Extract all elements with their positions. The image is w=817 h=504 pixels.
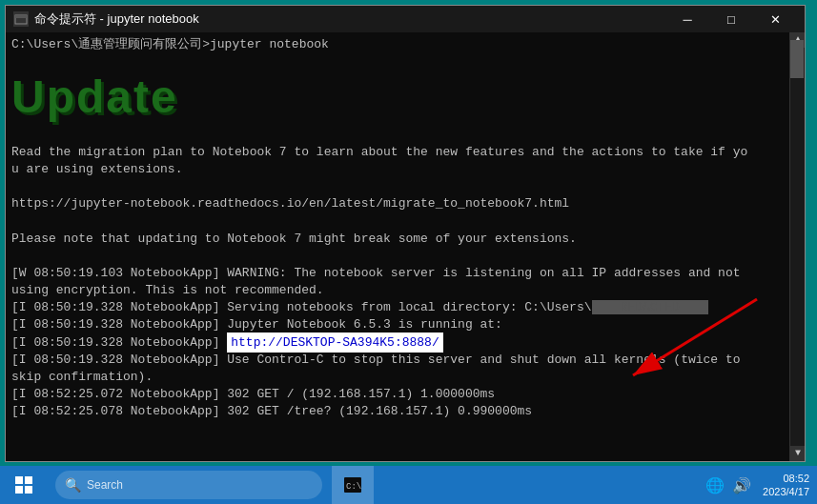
- terminal-content: C:\Users\通惠管理顾问有限公司>jupyter notebook Upd…: [11, 36, 782, 457]
- window-icon: [13, 11, 29, 27]
- network-icon: 🌐: [705, 476, 725, 494]
- info-line-3: [I 08:50:19.328 NotebookApp] http://DESK…: [11, 334, 782, 352]
- svg-rect-5: [25, 476, 32, 484]
- info-line-6: [I 08:52:25.072 NotebookApp] 302 GET / (…: [11, 386, 782, 403]
- taskbar-clock[interactable]: 08:52 2023/4/17: [763, 472, 809, 499]
- clock-date: 2023/4/17: [763, 485, 809, 498]
- clock-time: 08:52: [763, 472, 809, 485]
- taskbar-right: 🌐 🔊 08:52 2023/4/17: [705, 472, 817, 499]
- close-button[interactable]: ✕: [753, 6, 797, 32]
- blank-line-5: [11, 248, 782, 265]
- svg-text:C:\: C:\: [346, 482, 361, 492]
- warning-line-1: [W 08:50:19.103 NotebookApp] WARNING: Th…: [11, 265, 782, 282]
- start-button[interactable]: [0, 466, 48, 504]
- scrollbar[interactable]: ▲ ▼: [789, 32, 805, 461]
- blank-line-3: [11, 178, 782, 195]
- terminal-body: C:\Users\通惠管理顾问有限公司>jupyter notebook Upd…: [6, 32, 805, 461]
- cmd-window: 命令提示符 - jupyter notebook ─ □ ✕ C:\Users\…: [5, 5, 806, 462]
- info-line-1: [I 08:50:19.328 NotebookApp] Serving not…: [11, 299, 782, 316]
- warning-line-2: using encryption. This is not recommende…: [11, 282, 782, 299]
- migration-line-1: Read the migration plan to Notebook 7 to…: [11, 144, 782, 161]
- volume-icon: 🔊: [732, 476, 751, 494]
- docs-url-line: https://jupyter-notebook.readthedocs.io/…: [11, 195, 782, 212]
- window-title: 命令提示符 - jupyter notebook: [34, 10, 665, 28]
- minimize-button[interactable]: ─: [665, 6, 709, 32]
- migration-line-2: u are using extensions.: [11, 161, 782, 178]
- taskbar-search[interactable]: 🔍 Search: [55, 471, 322, 499]
- server-url: http://DESKTOP-SA394K5:8888/: [227, 333, 442, 353]
- svg-rect-1: [15, 15, 27, 18]
- info-line-5: skip confirmation).: [11, 369, 782, 386]
- search-placeholder: Search: [87, 478, 123, 492]
- scroll-down-button[interactable]: ▼: [790, 446, 805, 461]
- note-line: Please note that updating to Notebook 7 …: [11, 231, 782, 248]
- taskbar: 🔍 Search C:\ 🌐 🔊 08:52 2023/4/17: [0, 466, 817, 504]
- blank-line-2: [11, 126, 782, 143]
- blank-line-4: [11, 212, 782, 230]
- svg-rect-4: [15, 476, 23, 484]
- info-line-4: [I 08:50:19.328 NotebookApp] Use Control…: [11, 352, 782, 369]
- scroll-thumb[interactable]: [790, 40, 804, 78]
- system-tray: 🌐 🔊: [705, 476, 751, 494]
- svg-rect-7: [25, 486, 32, 494]
- titlebar: 命令提示符 - jupyter notebook ─ □ ✕: [6, 6, 805, 32]
- update-logo: Update: [11, 74, 782, 120]
- svg-rect-6: [15, 486, 23, 494]
- blank-line-1: [11, 53, 782, 71]
- maximize-button[interactable]: □: [709, 6, 753, 32]
- info-line-2: [I 08:50:19.328 NotebookApp] Jupyter Not…: [11, 316, 782, 333]
- window-controls: ─ □ ✕: [665, 6, 797, 32]
- info-line-7: [I 08:52:25.078 NotebookApp] 302 GET /tr…: [11, 403, 782, 420]
- cmd-prompt-line: C:\Users\通惠管理顾问有限公司>jupyter notebook: [11, 36, 782, 53]
- cmd-taskbar-item[interactable]: C:\: [332, 466, 374, 504]
